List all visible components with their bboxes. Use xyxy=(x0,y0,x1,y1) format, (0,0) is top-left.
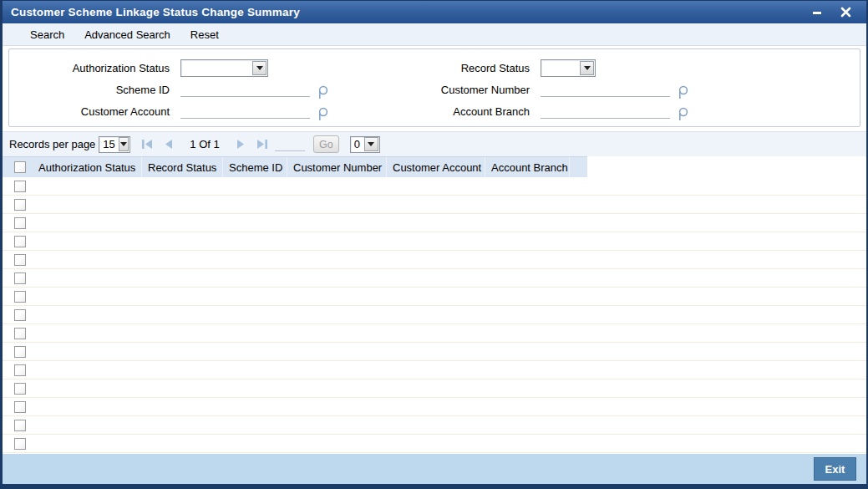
last-page-button[interactable] xyxy=(256,140,268,149)
row-checkbox[interactable] xyxy=(14,401,26,413)
table-row xyxy=(3,361,866,379)
table-row xyxy=(3,232,866,251)
exit-button[interactable]: Exit xyxy=(814,457,856,481)
advanced-search-action[interactable]: Advanced Search xyxy=(84,28,170,41)
form-right-column: Record Status Customer Number xyxy=(434,57,860,126)
table-row xyxy=(3,324,866,343)
row-checkbox-cell xyxy=(3,199,33,211)
search-action[interactable]: Search xyxy=(30,28,64,41)
chevron-down-icon[interactable] xyxy=(364,137,378,151)
row-checkbox[interactable] xyxy=(14,420,26,431)
page-number-select[interactable]: 0 xyxy=(350,136,380,153)
column-header-customer-number[interactable]: Customer Number xyxy=(287,157,387,177)
search-form: Authorization Status Scheme ID xyxy=(8,48,860,127)
goto-page-input[interactable] xyxy=(275,138,305,151)
app-window: Customer Scheme Linkage Status Change Su… xyxy=(0,0,868,489)
column-header-filler xyxy=(570,157,587,177)
column-header-account-branch[interactable]: Account Branch xyxy=(485,157,570,177)
row-checkbox[interactable] xyxy=(14,328,26,339)
chevron-down-icon[interactable] xyxy=(252,61,266,75)
row-checkbox[interactable] xyxy=(14,199,26,211)
account-branch-field: Account Branch xyxy=(434,100,860,122)
account-branch-label: Account Branch xyxy=(434,105,541,118)
title-bar: Customer Scheme Linkage Status Change Su… xyxy=(3,0,866,23)
footer-bar: Exit xyxy=(3,454,866,484)
row-checkbox[interactable] xyxy=(14,438,26,450)
customer-account-label: Customer Account xyxy=(9,105,180,118)
table-row xyxy=(3,435,866,453)
table-row xyxy=(3,214,866,232)
row-checkbox-cell xyxy=(3,438,33,450)
customer-account-field: Customer Account xyxy=(9,100,434,122)
authorization-status-label: Authorization Status xyxy=(9,62,180,74)
records-per-page-select[interactable]: 15 xyxy=(99,136,130,153)
reset-action[interactable]: Reset xyxy=(190,28,219,41)
minimize-icon xyxy=(812,8,822,18)
chevron-down-icon[interactable] xyxy=(119,137,129,151)
customer-number-label: Customer Number xyxy=(434,84,541,96)
toolbar: Search Advanced Search Reset xyxy=(3,23,866,46)
row-checkbox[interactable] xyxy=(14,383,26,395)
table-row xyxy=(3,269,866,288)
go-button[interactable]: Go xyxy=(313,135,339,153)
row-checkbox-cell xyxy=(3,236,33,247)
pagination-controls: 1 Of 1 xyxy=(141,138,267,150)
row-checkbox[interactable] xyxy=(14,309,26,321)
row-checkbox-cell xyxy=(3,254,33,266)
row-checkbox-cell xyxy=(3,383,33,395)
page-number-value: 0 xyxy=(351,138,364,150)
column-header-authorization-status[interactable]: Authorization Status xyxy=(33,157,142,177)
scheme-id-lookup-icon[interactable] xyxy=(317,85,328,99)
column-header-record-status[interactable]: Record Status xyxy=(142,157,223,177)
account-branch-lookup-icon[interactable] xyxy=(678,107,688,121)
row-checkbox[interactable] xyxy=(14,217,26,229)
authorization-status-select[interactable] xyxy=(180,59,268,77)
row-checkbox-cell xyxy=(3,309,33,321)
scheme-id-input[interactable] xyxy=(180,82,310,97)
row-checkbox[interactable] xyxy=(14,254,26,266)
table-row xyxy=(3,196,866,214)
record-status-select[interactable] xyxy=(541,59,596,77)
next-page-button[interactable] xyxy=(236,140,245,149)
record-status-label: Record Status xyxy=(434,62,541,74)
row-checkbox-cell xyxy=(3,364,33,376)
row-checkbox[interactable] xyxy=(14,291,26,303)
scheme-id-field: Scheme ID xyxy=(9,79,434,100)
row-checkbox-cell xyxy=(3,181,33,192)
row-checkbox[interactable] xyxy=(14,364,26,376)
scheme-id-label: Scheme ID xyxy=(9,84,180,96)
minimize-button[interactable] xyxy=(810,5,825,20)
column-header-scheme-id[interactable]: Scheme ID xyxy=(223,157,287,177)
table-row xyxy=(3,379,866,398)
records-per-page-label: Records per page xyxy=(9,138,95,150)
table-row xyxy=(3,288,866,306)
window-title: Customer Scheme Linkage Status Change Su… xyxy=(11,6,300,18)
customer-number-input[interactable] xyxy=(541,82,670,97)
records-per-page-value: 15 xyxy=(99,138,118,150)
table-row xyxy=(3,398,866,416)
close-icon xyxy=(840,7,851,18)
row-checkbox[interactable] xyxy=(14,273,26,284)
account-branch-input[interactable] xyxy=(541,104,670,119)
column-header-customer-account[interactable]: Customer Account xyxy=(387,157,485,177)
row-checkbox-cell xyxy=(3,328,33,339)
customer-account-lookup-icon[interactable] xyxy=(317,107,328,121)
chevron-down-icon[interactable] xyxy=(580,61,594,75)
table-row xyxy=(3,251,866,269)
select-all-cell xyxy=(3,157,33,177)
row-checkbox-cell xyxy=(3,346,33,358)
customer-number-lookup-icon[interactable] xyxy=(678,85,688,99)
first-page-button[interactable] xyxy=(141,140,153,149)
row-checkbox[interactable] xyxy=(14,236,26,247)
page-indicator: 1 Of 1 xyxy=(190,138,219,150)
table-row xyxy=(3,306,866,324)
table-body xyxy=(3,177,866,454)
row-checkbox[interactable] xyxy=(14,346,26,358)
row-checkbox[interactable] xyxy=(14,181,26,192)
row-checkbox-cell xyxy=(3,217,33,229)
customer-account-input[interactable] xyxy=(180,104,310,119)
previous-page-button[interactable] xyxy=(165,140,173,149)
select-all-checkbox[interactable] xyxy=(14,161,26,173)
table-row xyxy=(3,416,866,435)
close-button[interactable] xyxy=(838,5,853,20)
